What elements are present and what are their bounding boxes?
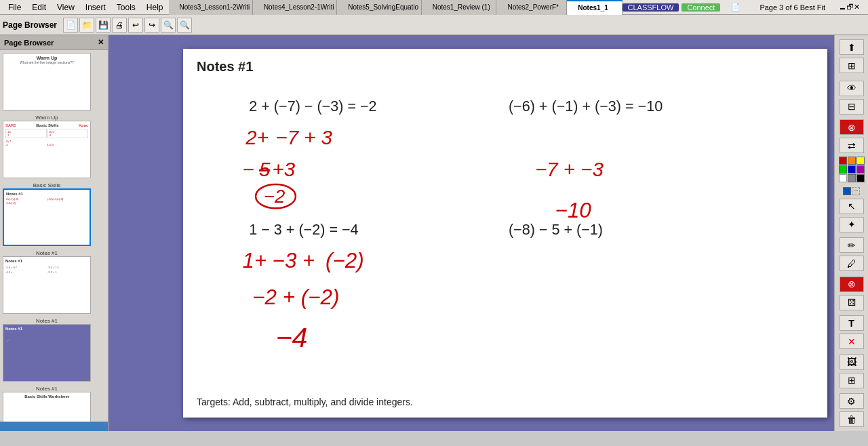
page-info-icon: 📄	[726, 3, 746, 12]
svg-text:1 − 3 + (−2) =  −4: 1 − 3 + (−2) = −4	[249, 221, 358, 238]
thumb-label-3: Notes #1	[3, 250, 91, 256]
rt-grid-btn[interactable]: ⊞	[840, 373, 864, 388]
sidebar-title: Page Browser	[4, 39, 54, 47]
svg-text:1+: 1+	[242, 249, 267, 272]
color-darkblue[interactable]	[843, 187, 851, 195]
color-palette	[839, 157, 865, 182]
canvas-page: Notes #1 2 + (−7) − (−3) = −2 (−6) + (−1…	[183, 49, 827, 418]
tab-notes1-review[interactable]: Notes1_Review (1)✕	[422, 0, 497, 15]
rt-btn-swap[interactable]: ⇄	[840, 138, 864, 153]
svg-text:−7 + 3: −7 + 3	[276, 126, 333, 148]
sidebar-close[interactable]: ✕	[98, 38, 104, 47]
page-thumb-3[interactable]: Notes #1 3+(-7)-(-3) (-6)+(-1)+(-3) 1-3+…	[3, 188, 105, 256]
sidebar: Page Browser ✕ Warm Up What are the five…	[0, 35, 108, 431]
menu-edit[interactable]: Edit	[26, 3, 52, 12]
toolbar-btn-print[interactable]: 🖨	[112, 18, 127, 33]
rt-pointer-tool[interactable]: ✦	[840, 217, 864, 232]
page-info: Page 3 of 6 Best Fit	[754, 3, 831, 12]
rt-arrow-tool[interactable]: ↖	[840, 199, 864, 214]
menu-help[interactable]: Help	[141, 3, 169, 12]
rt-btn-eye[interactable]: 👁	[840, 81, 864, 96]
rt-pen-tool[interactable]: ✏	[840, 237, 864, 253]
color-yellow[interactable]	[856, 157, 865, 165]
rt-text-tool[interactable]: T	[840, 315, 864, 331]
classflow-badge: CLASSFLOW	[623, 3, 679, 12]
rt-image-btn[interactable]: 🖼	[840, 354, 864, 370]
svg-text:2+: 2+	[245, 126, 269, 148]
toolbar-btn-zoom-in[interactable]: 🔍	[177, 18, 192, 33]
color-blue[interactable]	[848, 165, 856, 174]
thumb-label-4: Notes #1	[3, 318, 91, 324]
right-toolbar: ⬆ ⊞ 👁 ⊟ ⊗ ⇄ ··· ↖ ✦	[834, 35, 868, 431]
page-thumb-4[interactable]: Notes #1 -5·6 = 8·7 -3·4 = 1·1 -4·2 = - …	[3, 256, 105, 324]
rt-btn-layers[interactable]: ⊟	[840, 99, 864, 115]
svg-text:−: −	[242, 158, 254, 180]
color-purple[interactable]	[856, 165, 865, 174]
toolbar-btn-zoom-out[interactable]: 🔍	[161, 18, 176, 33]
color-black[interactable]	[856, 174, 865, 182]
rt-highlighter-tool[interactable]: 🖊	[840, 256, 864, 271]
color-gray[interactable]	[848, 174, 856, 182]
sidebar-header: Page Browser ✕	[0, 35, 108, 50]
connect-badge[interactable]: Connect	[682, 3, 720, 12]
rt-delete-btn[interactable]: ✕	[840, 333, 864, 349]
svg-text:−10: −10	[555, 199, 592, 222]
thumb-label-2: Basic Skills	[3, 182, 91, 188]
tab-bar: Notes3_Lesson1-2Writi✕ Notes4_Lesson2-1W…	[169, 0, 623, 15]
menu-bar: File Edit View Insert Tools Help Notes3_…	[0, 0, 868, 15]
svg-text:−7 + −3: −7 + −3	[535, 158, 604, 180]
tab-notes3[interactable]: Notes3_Lesson1-2Writi✕	[169, 0, 253, 15]
menu-insert[interactable]: Insert	[80, 3, 111, 12]
thumb-label-5: Notes #1	[3, 386, 91, 392]
svg-text:−2 + (−2): −2 + (−2)	[252, 285, 339, 309]
svg-text:5: 5	[259, 158, 271, 180]
sidebar-scroll-indicator[interactable]	[0, 422, 108, 431]
tab-notes4[interactable]: Notes4_Lesson2-1Writi✕	[253, 0, 337, 15]
page-thumb-5[interactable]: Notes #1 ⟋ Notes #1	[3, 324, 105, 392]
menu-tools[interactable]: Tools	[111, 3, 141, 12]
toolbar-label: Page Browser	[3, 20, 57, 30]
color-red[interactable]	[839, 157, 847, 165]
color-orange[interactable]	[848, 157, 856, 165]
svg-text:(−2): (−2)	[326, 249, 364, 272]
menu-file[interactable]: File	[3, 3, 26, 12]
rt-share-btn[interactable]: ⬆	[840, 39, 864, 55]
tab-notes5[interactable]: Notes5_SolvingEquatio✕	[337, 0, 421, 15]
svg-text:−2: −2	[264, 186, 285, 207]
svg-text:+3: +3	[273, 158, 296, 180]
color-green[interactable]	[839, 165, 847, 174]
main-layout: Page Browser ✕ Warm Up What are the five…	[0, 35, 868, 431]
rt-btn-red[interactable]: ⊗	[840, 119, 864, 135]
svg-text:−3 +: −3 +	[273, 249, 315, 272]
toolbar-btn-open[interactable]: 📁	[79, 18, 94, 33]
svg-text:−4: −4	[276, 322, 308, 353]
color-custom[interactable]: ···	[852, 187, 860, 195]
color-white[interactable]	[839, 174, 847, 182]
window-controls[interactable]: 🗕🗗✕	[833, 3, 865, 12]
rt-eraser-circle[interactable]: ⊗	[840, 277, 864, 292]
page-thumb-1[interactable]: Warm Up What are the five integer sectio…	[3, 53, 105, 121]
thumb-label-1: Warm Up	[3, 115, 91, 121]
toolbar-btn-save[interactable]: 💾	[96, 18, 111, 33]
toolbar-btn-undo[interactable]: ↩	[128, 18, 143, 33]
page-thumb-2[interactable]: SAR5 Basic Skills Kpac -15-3 -9+5-4	[3, 121, 105, 188]
toolbar2: Page Browser 📄 📁 💾 🖨 ↩ ↪ 🔍 🔍	[0, 15, 868, 35]
menu-view[interactable]: View	[52, 3, 80, 12]
page-thumb-6[interactable]: Basic Skills Worksheet Basic Skills Work…	[3, 392, 105, 422]
rt-dice-btn[interactable]: ⚄	[840, 295, 864, 310]
sidebar-content[interactable]: Warm Up What are the five integer sectio…	[0, 50, 108, 422]
rt-btn2[interactable]: ⊞	[840, 58, 864, 73]
svg-text:(−8) − 5 + (−1): (−8) − 5 + (−1)	[509, 221, 603, 238]
extra-colors: ···	[843, 187, 860, 195]
tab-notes1-active[interactable]: Notes1_1✕	[567, 0, 622, 15]
rt-trash-btn[interactable]: 🗑	[840, 411, 864, 427]
svg-text:(−6) + (−1) + (−3) = −10: (−6) + (−1) + (−3) = −10	[509, 98, 663, 115]
page-title: Notes #1	[183, 49, 827, 78]
toolbar-btn-new[interactable]: 📄	[63, 18, 78, 33]
tab-notes2-power[interactable]: Notes2_PowerF*✕	[496, 0, 567, 15]
targets-text: Targets: Add, subtract, multiply, and di…	[197, 397, 413, 407]
rt-settings-btn[interactable]: ⚙	[840, 393, 864, 409]
svg-text:2 + (−7) − (−3) = −2: 2 + (−7) − (−3) = −2	[249, 98, 376, 115]
toolbar-btn-redo[interactable]: ↪	[144, 18, 159, 33]
canvas-area: Notes #1 2 + (−7) − (−3) = −2 (−6) + (−1…	[108, 35, 834, 431]
